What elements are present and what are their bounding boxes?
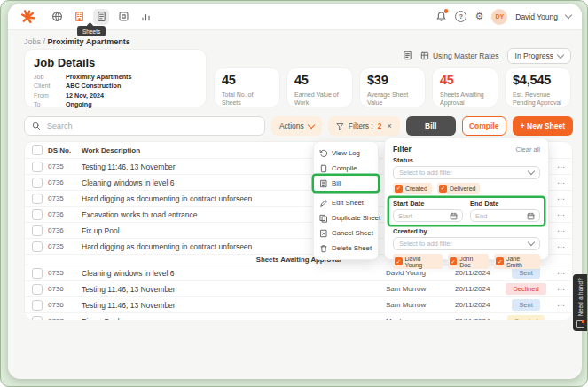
breadcrumb-jobs[interactable]: Jobs (24, 37, 41, 46)
compile-icon (319, 164, 328, 173)
stat-value: 45 (222, 73, 272, 87)
more-options-icon[interactable]: ⋯ (551, 242, 572, 251)
row-checkbox[interactable] (32, 241, 43, 252)
search-input[interactable] (45, 121, 257, 131)
stats-zone: Job Details JobProximity ApartmentsClien… (24, 49, 573, 107)
menu-item-edit-sheet[interactable]: Edit Sheet (314, 195, 378, 210)
filter-chip-john-doe[interactable]: ✓John Doe (448, 254, 490, 269)
start-date-input[interactable]: Start (393, 209, 463, 222)
reports-chart-nav-icon[interactable] (137, 9, 153, 25)
filter-panel-title: Filter (393, 145, 412, 154)
more-options-icon[interactable]: ⋯ (551, 194, 572, 203)
need-a-hand-tab[interactable]: Need a hand? (573, 274, 587, 331)
more-options-icon[interactable]: ⋯ (551, 285, 572, 294)
jobs-building-nav-icon[interactable] (71, 9, 87, 25)
row-checkbox[interactable] (32, 284, 43, 295)
clear-all-link[interactable]: Clear all (515, 146, 540, 154)
work-description: Testing 11:46, 13 November (82, 285, 386, 294)
row-checkbox[interactable] (32, 268, 43, 279)
more-options-icon[interactable]: ⋯ (551, 317, 572, 321)
more-options-icon[interactable]: ⋯ (551, 162, 572, 171)
more-options-icon[interactable]: ⋯ (551, 226, 572, 235)
work-description: Fix up Pool (82, 317, 386, 321)
menu-item-duplicate-sheet[interactable]: Duplicate Sheet (314, 210, 378, 225)
job-status-dropdown[interactable]: In Progress (507, 48, 571, 64)
need-a-hand-label: Need a hand? (577, 278, 584, 316)
status-filter-chips: ✓Created✓Delivered (393, 183, 540, 194)
avatar[interactable]: DY (491, 9, 507, 25)
more-options-icon[interactable]: ⋯ (551, 210, 572, 219)
gear-icon[interactable]: ⚙ (474, 12, 483, 21)
status-filter-select[interactable]: Select to add filter (393, 166, 540, 179)
row-checkbox[interactable] (32, 300, 43, 311)
close-icon[interactable]: × (387, 122, 391, 130)
actions-menu: View LogCompileBillEdit SheetDuplicate S… (313, 141, 379, 260)
chevron-down-icon[interactable] (565, 12, 572, 19)
menu-item-delete-sheet[interactable]: Delete Sheet (314, 241, 378, 256)
row-date: 20/11/2024 (455, 317, 501, 320)
filter-chip-david-young[interactable]: ✓David Young (393, 254, 443, 269)
checked-checkbox-icon[interactable]: ✓ (450, 257, 458, 265)
ds-number: 0735 (48, 269, 82, 277)
more-options-icon[interactable]: ⋯ (551, 301, 572, 310)
header-ds-no: DS No. (48, 146, 82, 154)
stat-value: $39 (367, 73, 418, 87)
row-checkbox[interactable] (32, 178, 43, 188)
filter-chip-created[interactable]: ✓Created (393, 183, 432, 194)
globe-nav-icon[interactable] (49, 9, 65, 25)
view-log-icon (319, 149, 328, 158)
ds-number: 0735 (48, 242, 82, 250)
more-options-icon[interactable]: ⋯ (551, 178, 572, 187)
row-checkbox[interactable] (32, 194, 43, 204)
created-by-filter-select[interactable]: Select to add filter (393, 237, 540, 250)
table-row[interactable]: 0736Testing 11:46, 13 NovemberSam Morrow… (25, 296, 572, 312)
checked-checkbox-icon[interactable]: ✓ (439, 185, 447, 193)
notifications-bell-icon[interactable] (435, 11, 447, 22)
table-row[interactable]: 0737Fix up PoolMael20/11/2024Created⋯ (25, 312, 572, 320)
user-name[interactable]: David Young (515, 12, 558, 21)
select-all-checkbox[interactable] (32, 145, 43, 155)
checked-checkbox-icon[interactable]: ✓ (395, 257, 403, 265)
created-by: Sam Morrow (386, 285, 455, 293)
help-icon[interactable]: ? (455, 11, 466, 22)
stat-card: 45Total No. of Sheets (214, 67, 280, 107)
row-checkbox[interactable] (32, 209, 43, 220)
ds-number: 0736 (48, 301, 82, 309)
status-filter-label: Status (393, 156, 540, 164)
chevron-down-icon (528, 168, 535, 175)
checked-checkbox-icon[interactable]: ✓ (496, 257, 504, 265)
menu-item-view-log[interactable]: View Log (314, 146, 378, 161)
stat-value: 45 (294, 73, 345, 87)
bill-button[interactable]: Bill (406, 116, 456, 136)
ds-number: 0737 (48, 317, 82, 320)
filter-chip-delivered[interactable]: ✓Delivered (437, 183, 481, 194)
more-options-icon[interactable]: ⋯ (551, 269, 572, 278)
stat-label: Earned Value of Work (294, 91, 345, 107)
using-master-rates[interactable]: Using Master Rates (420, 51, 499, 60)
row-checkbox[interactable] (32, 225, 43, 236)
box-nav-icon[interactable] (115, 9, 131, 25)
new-sheet-button[interactable]: + New Sheet (513, 116, 573, 136)
row-checkbox[interactable] (32, 316, 43, 321)
duplicate-icon (319, 214, 328, 223)
menu-item-bill[interactable]: Bill (314, 176, 378, 191)
filters-button[interactable]: Filters : 2 × (328, 116, 400, 136)
table-row[interactable]: 0736Testing 11:46, 13 NovemberSam Morrow… (25, 280, 572, 296)
delete-icon (319, 244, 328, 253)
menu-item-cancel-sheet[interactable]: Cancel Sheet (314, 225, 378, 241)
compile-button[interactable]: Compile (462, 116, 506, 136)
checked-checkbox-icon[interactable]: ✓ (395, 185, 403, 193)
filter-chip-jane-smith[interactable]: ✓Jane Smith (494, 254, 540, 269)
document-icon[interactable] (403, 48, 412, 64)
menu-item-compile[interactable]: Compile (314, 161, 378, 176)
job-field: ToOngoing (34, 100, 197, 109)
app-logo[interactable] (19, 8, 36, 26)
sheets-nav-icon[interactable] (93, 9, 109, 25)
search-box[interactable] (24, 116, 265, 136)
ds-number: 0736 (48, 226, 82, 234)
end-date-input[interactable]: End (470, 209, 540, 222)
stat-label: Total No. of Sheets (222, 91, 272, 107)
row-checkbox[interactable] (32, 162, 43, 172)
filter-panel: Filter Clear all Status Select to add fi… (384, 138, 549, 260)
actions-button[interactable]: Actions (271, 116, 322, 136)
